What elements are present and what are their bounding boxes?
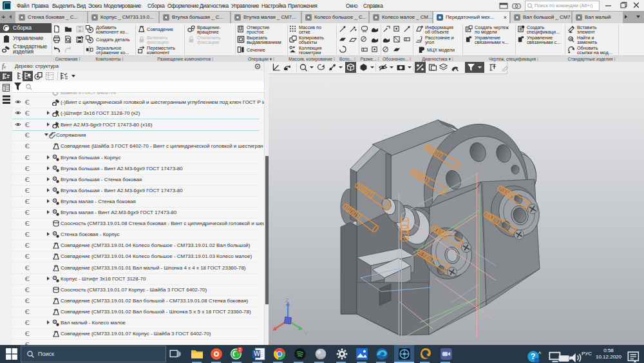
svg-text:?: ? bbox=[420, 35, 422, 39]
svg-text:ab: ab bbox=[569, 37, 573, 41]
svg-text:?: ? bbox=[421, 25, 423, 29]
svg-text:Y: Y bbox=[304, 330, 308, 337]
svg-text:W: W bbox=[254, 350, 260, 357]
svg-text:Z: Z bbox=[285, 297, 289, 304]
